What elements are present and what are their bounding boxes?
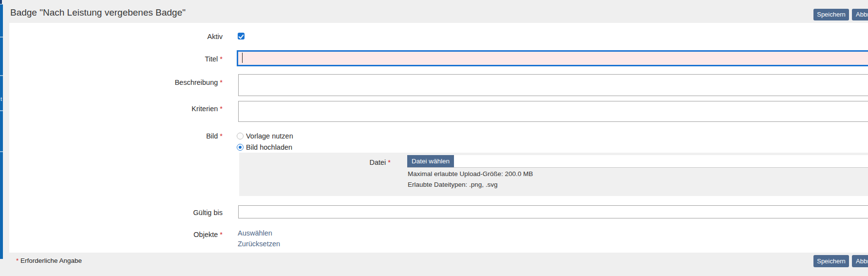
beschreibung-label: Beschreibung * xyxy=(96,79,223,87)
file-input-field[interactable] xyxy=(407,155,868,168)
file-choose-button[interactable]: Datei wählen xyxy=(407,155,454,167)
gueltig-bis-input[interactable] xyxy=(238,205,868,218)
sidebar-top-cap xyxy=(0,0,2,4)
required-asterisk: * xyxy=(220,105,223,113)
bild-label: Bild * xyxy=(96,132,223,140)
sidebar-clipped-text: t xyxy=(0,97,2,102)
required-asterisk: * xyxy=(220,55,223,63)
titel-input[interactable] xyxy=(237,50,868,66)
required-asterisk: * xyxy=(220,231,223,238)
required-asterisk: * xyxy=(220,132,223,140)
objekte-zuruecksetzen-link[interactable]: Zurücksetzen xyxy=(238,240,280,248)
objekte-auswaehlen-link[interactable]: Auswählen xyxy=(238,229,272,237)
titel-label: Titel * xyxy=(96,55,223,63)
filetypes-hint: Erlaubte Dateitypen: .png, .svg xyxy=(408,180,498,189)
required-fields-note: * Erforderliche Angabe xyxy=(16,256,82,265)
upload-size-hint: Maximal erlaubte Upload-Größe: 200.0 MB xyxy=(408,170,533,178)
radio-bild-hochladen[interactable] xyxy=(237,144,244,151)
save-button-bottom[interactable]: Speichern xyxy=(813,255,849,267)
aktiv-label: Aktiv xyxy=(96,33,223,41)
cancel-button-top[interactable]: Abbrechen xyxy=(852,9,868,20)
text-caret xyxy=(242,53,243,63)
required-asterisk: * xyxy=(220,79,223,86)
beschreibung-textarea[interactable] xyxy=(238,74,868,96)
page-title: Badge "Nach Leistung vergebenes Badge" xyxy=(10,7,186,18)
required-asterisk: * xyxy=(388,158,391,166)
sidebar-divider xyxy=(0,75,3,76)
sidebar-divider xyxy=(0,110,3,111)
kriterien-label: Kriterien * xyxy=(96,105,223,113)
radio-hochladen-label[interactable]: Bild hochladen xyxy=(246,143,292,152)
radio-vorlage-label[interactable]: Vorlage nutzen xyxy=(246,132,293,140)
gueltig-bis-label: Gültig bis xyxy=(96,209,223,217)
save-button-top[interactable]: Speichern xyxy=(813,9,849,20)
sidebar-divider xyxy=(0,37,3,38)
datei-label: Datei * xyxy=(264,158,391,167)
page: t Badge "Nach Leistung vergebenes Badge"… xyxy=(0,0,868,276)
aktiv-checkbox[interactable] xyxy=(238,33,245,39)
sidebar-edge: t xyxy=(0,4,3,259)
cancel-button-bottom[interactable]: Abbrechen xyxy=(852,255,868,267)
objekte-label: Objekte * xyxy=(96,231,223,239)
sidebar-divider xyxy=(0,151,3,152)
required-asterisk: * xyxy=(16,257,19,264)
radio-vorlage-nutzen[interactable] xyxy=(237,133,244,139)
kriterien-textarea[interactable] xyxy=(238,101,868,122)
